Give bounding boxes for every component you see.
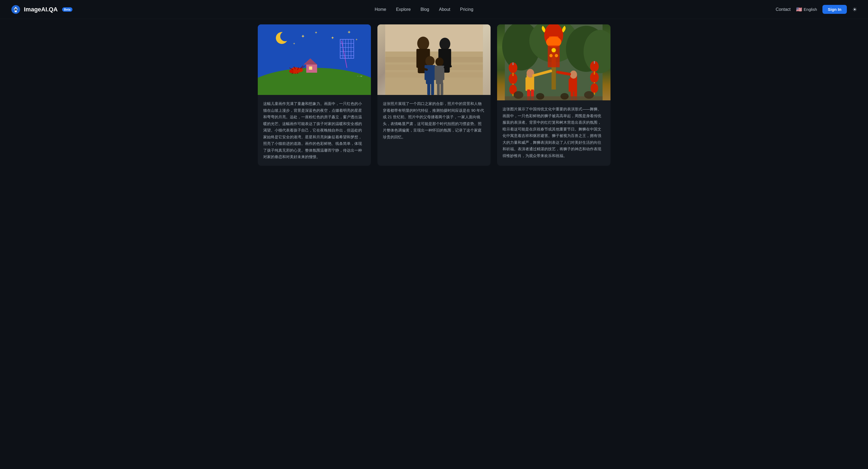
svg-point-80 — [555, 54, 558, 57]
signin-button[interactable]: Sign In — [823, 5, 847, 14]
svg-text:✦: ✦ — [314, 30, 317, 35]
nav-blog[interactable]: Blog — [421, 7, 429, 12]
svg-rect-46 — [416, 49, 420, 68]
svg-point-87 — [570, 70, 577, 79]
svg-point-110 — [514, 91, 523, 99]
svg-text:✦: ✦ — [301, 34, 305, 39]
svg-rect-102 — [594, 61, 595, 64]
card-3: 这张图片展示了中国传统文化中重要的表演形式——舞狮。画面中，一只色彩鲜艳的狮子被… — [497, 24, 610, 166]
nav-pricing[interactable]: Pricing — [460, 7, 473, 12]
svg-rect-24 — [309, 66, 312, 70]
card-2-text: 这张照片展现了一个四口之家的合影，照片中的背景和人物穿着都带有明显的时代特征，推… — [377, 95, 491, 166]
svg-rect-108 — [594, 93, 595, 95]
nav-home[interactable]: Home — [375, 7, 386, 12]
language-selector[interactable]: 🇺🇸 English — [796, 6, 817, 12]
nav-contact[interactable]: Contact — [776, 7, 791, 12]
flag-icon: 🇺🇸 — [796, 6, 802, 12]
svg-rect-105 — [594, 72, 595, 74]
svg-rect-61 — [431, 83, 434, 95]
card-1-text: 这幅儿童画作充满了童趣和想象力。画面中，一只红色的小猫在山坡上漫步，背景是深蓝色… — [258, 95, 371, 166]
navbar-logo-area: ImageAI.QA Beta — [11, 5, 72, 14]
logo-text: ImageAI.QA — [24, 6, 58, 13]
svg-point-44 — [417, 37, 429, 50]
svg-point-112 — [536, 93, 544, 99]
svg-line-29 — [294, 73, 295, 76]
svg-rect-58 — [434, 66, 437, 80]
svg-point-79 — [550, 54, 553, 57]
svg-rect-97 — [513, 73, 514, 76]
navbar-right: Contact 🇺🇸 English Sign In ☀ — [776, 5, 857, 14]
card-2-image — [377, 24, 491, 95]
svg-rect-83 — [526, 77, 529, 91]
svg-rect-54 — [424, 65, 427, 80]
svg-point-113 — [561, 93, 569, 99]
svg-text:✦: ✦ — [347, 30, 351, 35]
nav-explore[interactable]: Explore — [396, 7, 410, 12]
card-2: 这张照片展现了一个四口之家的合影，照片中的背景和人物穿着都带有明显的时代特征，推… — [377, 24, 491, 166]
svg-rect-94 — [513, 62, 514, 65]
svg-rect-100 — [513, 94, 514, 96]
card-3-svg — [497, 24, 610, 100]
svg-point-5 — [280, 31, 290, 41]
card-1: ✦ ✦ ✦ ✦ ✦ ✦ — [258, 24, 371, 166]
navbar: ImageAI.QA Beta Home Explore Blog About … — [0, 0, 868, 19]
svg-rect-51 — [448, 49, 451, 67]
svg-point-27 — [289, 70, 293, 73]
card-1-image: ✦ ✦ ✦ ✦ ✦ ✦ — [258, 24, 371, 95]
card-3-image — [497, 24, 610, 100]
svg-rect-2 — [260, 24, 369, 95]
svg-point-52 — [425, 56, 434, 66]
svg-rect-63 — [440, 83, 443, 95]
svg-point-107 — [591, 83, 598, 93]
main-content: ✦ ✦ ✦ ✦ ✦ ✦ — [0, 19, 868, 171]
svg-text:✦: ✦ — [355, 38, 358, 41]
svg-point-56 — [435, 58, 443, 66]
svg-point-78 — [552, 48, 556, 52]
card-2-svg — [377, 24, 491, 95]
svg-text:✦: ✦ — [292, 42, 295, 45]
settings-icon[interactable]: ☀ — [852, 6, 857, 13]
language-label: English — [804, 7, 817, 12]
svg-text:✦: ✦ — [331, 35, 334, 40]
svg-point-48 — [439, 38, 450, 50]
svg-rect-60 — [427, 83, 430, 95]
navbar-center: Home Explore Blog About Pricing — [375, 7, 473, 12]
logo-icon — [11, 5, 21, 14]
card-1-svg: ✦ ✦ ✦ ✦ ✦ ✦ — [258, 24, 371, 95]
card-3-text: 这张图片展示了中国传统文化中重要的表演形式——舞狮。画面中，一只色彩鲜艳的狮子被… — [497, 100, 610, 166]
svg-point-111 — [584, 91, 594, 99]
cards-grid: ✦ ✦ ✦ ✦ ✦ ✦ — [258, 24, 611, 166]
nav-about[interactable]: About — [439, 7, 451, 12]
svg-point-1 — [14, 8, 17, 10]
svg-rect-88 — [569, 79, 571, 92]
svg-rect-62 — [437, 83, 440, 95]
beta-badge: Beta — [62, 7, 72, 12]
svg-text:€ ℱ: € ℱ — [356, 75, 363, 80]
